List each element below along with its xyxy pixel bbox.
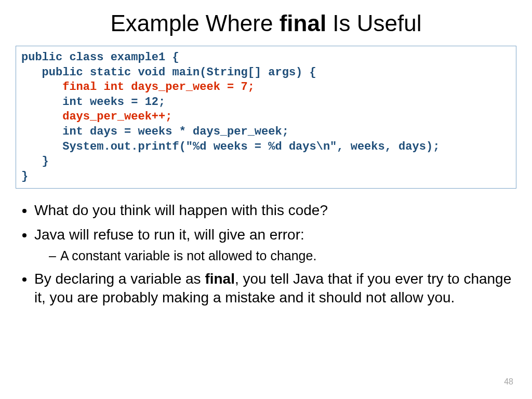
bullet-3-pre: By declaring a variable as (34, 271, 205, 287)
code-line-3: final int days_per_week = 7; (21, 81, 255, 94)
code-line-8: } (21, 155, 49, 168)
title-pre: Example Where (110, 10, 279, 36)
code-line-2: public static void main(String[] args) { (21, 66, 316, 79)
bullet-2-text: Java will refuse to run it, will give an… (34, 227, 304, 243)
code-line-1: public class example1 { (21, 51, 179, 64)
title-post: Is Useful (326, 10, 421, 36)
code-line-5: days_per_week++; (21, 110, 172, 123)
code-line-7: System.out.printf("%d weeks = %d days\n"… (21, 140, 440, 153)
bullet-3: By declaring a variable as final, you te… (34, 270, 516, 308)
bullet-1: What do you think will happen with this … (34, 201, 516, 220)
code-line-9: } (21, 170, 28, 183)
bullet-2: Java will refuse to run it, will give an… (34, 225, 516, 264)
bullet-2-sub: A constant variable is not allowed to ch… (49, 247, 516, 264)
title-bold: final (280, 10, 326, 36)
slide-title: Example Where final Is Useful (16, 10, 516, 36)
code-line-6: int days = weeks * days_per_week; (21, 125, 289, 138)
sub-list: A constant variable is not allowed to ch… (34, 247, 516, 264)
code-block: public class example1 { public static vo… (16, 46, 516, 189)
bullet-list: What do you think will happen with this … (16, 201, 516, 307)
code-line-4: int weeks = 12; (21, 96, 165, 109)
page-number: 48 (504, 377, 513, 387)
bullet-3-bold: final (205, 271, 235, 287)
